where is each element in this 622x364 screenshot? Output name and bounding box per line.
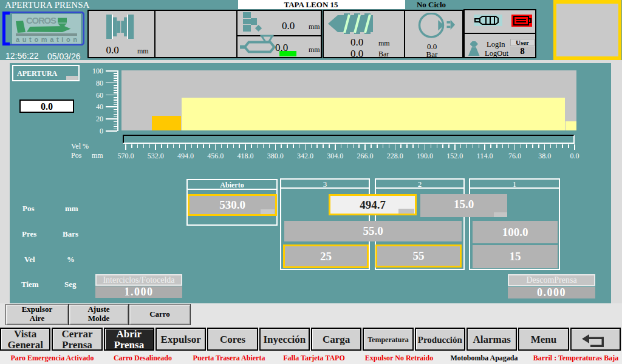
svg-text:COROS: COROS xyxy=(26,15,56,25)
svg-text:automation: automation xyxy=(16,36,77,43)
